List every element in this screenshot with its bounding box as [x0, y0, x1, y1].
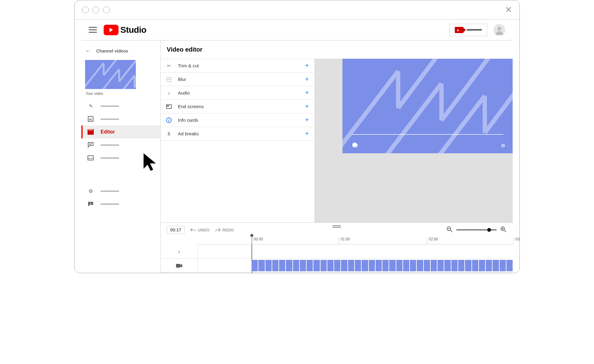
preview-column: ⚙	[315, 59, 513, 222]
redo-button[interactable]: REDO	[215, 228, 234, 232]
sidebar-item-settings[interactable]: ⚙	[81, 185, 160, 198]
tool-label: Audio	[178, 90, 190, 95]
svg-rect-8	[91, 158, 93, 159]
add-icon[interactable]: +	[305, 116, 309, 124]
tool-end-screens[interactable]: End screens +	[161, 100, 314, 113]
analytics-icon	[88, 116, 94, 122]
zoom-controls	[446, 226, 506, 234]
video-track[interactable]	[161, 259, 513, 273]
svg-point-17	[167, 81, 167, 81]
undo-button[interactable]: UNDO	[190, 228, 209, 232]
window-dot[interactable]	[103, 6, 110, 13]
video-thumbnail[interactable]	[85, 60, 136, 89]
redo-label: REDO	[222, 228, 234, 232]
placeholder-line	[101, 191, 119, 192]
add-icon[interactable]: +	[305, 62, 309, 69]
sidebar-nav: ✎ Editor	[81, 99, 160, 185]
video-camera-icon	[161, 259, 198, 273]
timeline-ruler[interactable]: 00:00 01:00 02:00 03:00	[198, 237, 513, 244]
sidebar: ← Channel videos Your video ✎	[81, 40, 161, 273]
subtitles-icon	[88, 155, 94, 161]
window-dot[interactable]	[93, 6, 99, 13]
app-window: ✕ Studio + ← Channel videos	[74, 0, 520, 273]
svg-point-12	[169, 77, 169, 78]
redo-icon	[215, 228, 221, 232]
sidebar-item-feedback[interactable]	[81, 198, 160, 211]
zoom-out-icon[interactable]	[446, 226, 453, 234]
undo-icon	[190, 228, 196, 232]
svg-rect-1	[89, 119, 90, 121]
close-icon[interactable]: ✕	[505, 5, 512, 15]
ruler-tick: 02:00	[427, 237, 438, 244]
menu-icon[interactable]	[89, 27, 97, 33]
add-icon[interactable]: +	[305, 103, 309, 110]
content-area: Video editor ✂ Trim & cut +	[161, 40, 513, 273]
svg-rect-3	[92, 120, 92, 121]
tool-info-cards[interactable]: Info cards +	[161, 113, 314, 127]
ruler-tick: 01:00	[338, 237, 350, 244]
music-note-icon: ♪	[166, 90, 172, 96]
sidebar-item-subtitles[interactable]	[81, 151, 160, 164]
sidebar-bottom-nav: ⚙	[81, 185, 160, 273]
end-screen-icon	[166, 104, 172, 109]
tool-blur[interactable]: Blur +	[161, 73, 314, 86]
audio-track[interactable]: ♪	[161, 244, 513, 259]
tool-audio[interactable]: ♪ Audio +	[161, 86, 314, 100]
editor-tool-list: ✂ Trim & cut + Blur +	[161, 59, 315, 222]
sidebar-item-editor[interactable]: Editor	[81, 125, 160, 138]
timeline-ruler-wrap: 00:00 01:00 02:00 03:00 ♪	[161, 237, 513, 273]
tool-ad-breaks[interactable]: $ Ad breaks +	[161, 127, 314, 141]
clapper-icon	[88, 129, 94, 135]
add-icon[interactable]: +	[305, 89, 309, 96]
svg-rect-24	[169, 119, 169, 119]
tool-label: Ad breaks	[178, 131, 199, 136]
dollar-icon: $	[166, 131, 172, 137]
preview-scrubber[interactable]	[352, 134, 503, 135]
your-video-label: Your video	[81, 91, 160, 99]
add-icon[interactable]: +	[305, 130, 309, 137]
video-preview[interactable]: ⚙	[342, 59, 513, 153]
page-title: Video editor	[161, 40, 513, 59]
blur-grid-icon	[166, 77, 172, 82]
placeholder-line	[101, 158, 119, 159]
youtube-play-icon	[104, 25, 118, 35]
drag-handle-icon[interactable]	[332, 223, 341, 228]
scissors-icon: ✂	[166, 63, 172, 69]
svg-line-29	[504, 230, 506, 232]
placeholder-line	[101, 119, 119, 120]
video-clip[interactable]	[252, 260, 513, 271]
svg-point-14	[167, 79, 167, 79]
feedback-icon	[88, 201, 94, 207]
sidebar-item-label: Editor	[101, 129, 115, 135]
svg-rect-6	[88, 156, 93, 160]
tool-label: Info cards	[178, 117, 198, 123]
timeline-panel: 00:17 UNDO REDO	[161, 222, 513, 273]
sidebar-item-comments[interactable]	[81, 138, 160, 151]
sidebar-item-analytics[interactable]	[81, 112, 160, 125]
window-dot[interactable]	[82, 6, 89, 13]
svg-point-15	[169, 79, 169, 79]
svg-point-16	[170, 79, 171, 79]
svg-rect-10	[90, 204, 91, 205]
comment-icon	[88, 142, 94, 148]
ruler-tick: 03:00	[513, 237, 520, 244]
back-label: Channel videos	[96, 49, 128, 53]
volume-icon[interactable]	[393, 142, 399, 149]
svg-point-18	[169, 81, 169, 81]
create-button[interactable]: +	[450, 24, 487, 36]
timecode-input[interactable]: 00:17	[167, 226, 185, 234]
zoom-slider[interactable]	[456, 230, 497, 230]
sidebar-item-details[interactable]: ✎	[81, 99, 160, 112]
undo-label: UNDO	[198, 228, 209, 232]
camera-plus-icon: +	[455, 27, 463, 33]
account-avatar[interactable]	[493, 24, 505, 36]
tool-trim-cut[interactable]: ✂ Trim & cut +	[161, 59, 314, 73]
tool-label: End screens	[178, 104, 204, 109]
gear-icon[interactable]: ⚙	[500, 142, 506, 149]
zoom-in-icon[interactable]	[500, 226, 506, 234]
add-icon[interactable]: +	[305, 76, 309, 83]
studio-logo[interactable]: Studio	[104, 25, 146, 35]
back-to-channel-videos[interactable]: ← Channel videos	[81, 45, 160, 57]
tool-label: Blur	[178, 77, 186, 82]
svg-rect-2	[90, 118, 91, 121]
